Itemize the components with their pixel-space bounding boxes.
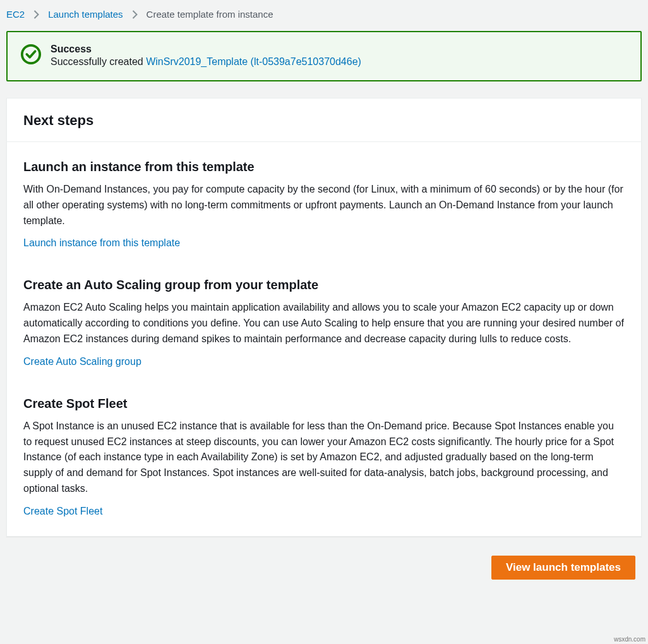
alert-message: Successfully created WinSrv2019_Template… xyxy=(51,56,361,68)
alert-title: Success xyxy=(51,44,361,55)
breadcrumb: EC2 Launch templates Create template fro… xyxy=(6,6,642,31)
panel-title: Next steps xyxy=(23,112,626,129)
section-description: Amazon EC2 Auto Scaling helps you mainta… xyxy=(23,300,625,347)
section-description: A Spot Instance is an unused EC2 instanc… xyxy=(23,419,625,497)
section-title: Launch an instance from this template xyxy=(23,160,625,174)
panel-header: Next steps xyxy=(7,98,641,142)
breadcrumb-ec2[interactable]: EC2 xyxy=(6,9,25,20)
section-description: With On-Demand Instances, you pay for co… xyxy=(23,182,625,229)
breadcrumb-current: Create template from instance xyxy=(147,9,273,20)
section-auto-scaling: Create an Auto Scaling group from your t… xyxy=(23,278,625,367)
create-auto-scaling-link[interactable]: Create Auto Scaling group xyxy=(23,356,141,367)
footer-actions: View launch templates xyxy=(6,537,642,580)
chevron-right-icon xyxy=(132,10,138,19)
chevron-right-icon xyxy=(33,10,39,19)
template-link[interactable]: WinSrv2019_Template (lt-0539a7e510370d46… xyxy=(146,56,361,67)
success-check-icon xyxy=(20,44,42,67)
alert-message-text: Successfully created xyxy=(51,56,146,67)
next-steps-panel: Next steps Launch an instance from this … xyxy=(6,98,642,537)
section-spot-fleet: Create Spot Fleet A Spot Instance is an … xyxy=(23,397,625,517)
alert-content: Success Successfully created WinSrv2019_… xyxy=(51,44,361,68)
section-title: Create an Auto Scaling group from your t… xyxy=(23,278,625,292)
success-alert: Success Successfully created WinSrv2019_… xyxy=(6,31,642,81)
section-launch-instance: Launch an instance from this template Wi… xyxy=(23,160,625,249)
launch-instance-link[interactable]: Launch instance from this template xyxy=(23,237,180,248)
view-launch-templates-button[interactable]: View launch templates xyxy=(491,556,635,580)
create-spot-fleet-link[interactable]: Create Spot Fleet xyxy=(23,506,102,516)
panel-body: Launch an instance from this template Wi… xyxy=(7,142,641,536)
breadcrumb-launch-templates[interactable]: Launch templates xyxy=(48,9,123,20)
section-title: Create Spot Fleet xyxy=(23,397,625,411)
